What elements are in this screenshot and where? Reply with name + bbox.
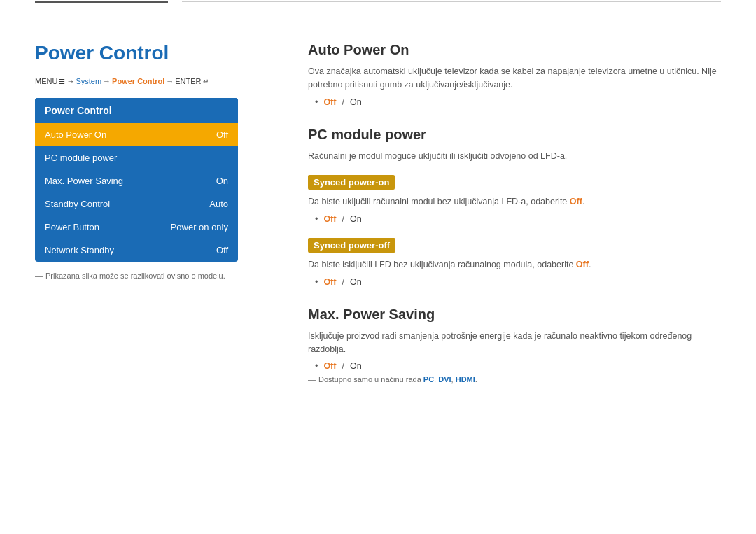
menu-item-power-button[interactable]: Power Button Power on only [35,216,238,239]
max-power-on: On [350,361,362,371]
menu-item-standby-value: Auto [209,199,228,209]
footnote-dash-2: ― [308,375,316,384]
menu-item-auto-power-on-value: Off [216,129,228,140]
footnote: ― Prikazana slika može se razlikovati ov… [35,272,280,280]
left-panel: Power Control MENU ☰ → System → Power Co… [35,28,280,403]
menu-item-standby-control[interactable]: Standby Control Auto [35,192,238,216]
breadcrumb-menu: MENU [35,77,57,85]
synced-power-off-block: Synced power-off Da biste isključili LFD… [308,231,721,287]
auto-power-on-on: On [350,97,362,107]
auto-power-on-bullet: • Off / On [315,97,721,107]
max-power-saving-desc: Isključuje proizvod radi smanjenja potro… [308,330,721,356]
auto-power-on-off: Off [323,97,336,107]
bullet-dot-3: • [315,277,318,287]
menu-item-max-power[interactable]: Max. Power Saving On [35,169,238,192]
menu-item-network-standby-value: Off [216,245,228,255]
menu-item-max-power-label: Max. Power Saving [45,176,123,186]
bullet-dot-4: • [315,361,318,371]
max-power-footnote: ― Dostupno samo u načinu rada PC, DVI, H… [308,375,721,384]
breadcrumb-menu-icon: ☰ [59,78,65,85]
menu-item-network-standby-label: Network Standby [45,245,114,255]
max-power-off: Off [323,361,336,371]
breadcrumb-arrow2: → [103,77,111,85]
max-power-saving-bullet: • Off / On [315,361,721,371]
synced-off-off: Off [323,277,336,287]
synced-off-on: On [350,277,362,287]
breadcrumb-enter-icon: ↵ [203,78,209,85]
auto-power-on-desc: Ova značajka automatski uključuje televi… [308,65,721,92]
menu-item-power-button-label: Power Button [45,222,99,232]
menu-item-power-button-value: Power on only [171,222,228,232]
menu-item-auto-power-on[interactable]: Auto Power On Off [35,123,238,146]
synced-power-off-desc: Da biste isključili LFD bez uključivanja… [308,258,721,272]
right-panel: Auto Power On Ova značajka automatski uk… [308,28,721,403]
section-pc-module: PC module power Računalni je modul moguć… [308,127,721,287]
pc-module-title: PC module power [308,127,721,143]
breadcrumb: MENU ☰ → System → Power Control → ENTER … [35,77,280,85]
section-auto-power-on: Auto Power On Ova značajka automatski uk… [308,42,721,107]
footnote-text: Prikazana slika može se razlikovati ovis… [46,272,225,280]
page-title: Power Control [35,42,280,64]
menu-item-standby-label: Standby Control [45,199,110,209]
breadcrumb-system: System [76,77,102,85]
menu-item-auto-power-on-label: Auto Power On [45,129,106,140]
footnote-available-text: Dostupno samo u načinu rada PC, DVI, HDM… [318,375,477,384]
auto-power-on-title: Auto Power On [308,42,721,58]
section-max-power-saving: Max. Power Saving Isključuje proizvod ra… [308,307,721,384]
menu-box: Power Control Auto Power On Off PC modul… [35,98,238,262]
bullet-dot-2: • [315,214,318,224]
synced-power-on-desc: Da biste uključili računalni modul bez u… [308,195,721,209]
synced-power-on-bullet: • Off / On [315,214,721,224]
breadcrumb-enter: ENTER [175,77,201,85]
bullet-dot: • [315,97,318,107]
footnote-dash: ― [35,272,43,280]
synced-power-off-label: Synced power-off [308,238,396,253]
menu-box-header: Power Control [35,98,238,123]
page-container: Power Control MENU ☰ → System → Power Co… [0,0,756,431]
breadcrumb-arrow3: → [166,77,174,85]
menu-item-network-standby[interactable]: Network Standby Off [35,239,238,262]
slash2: / [342,214,344,224]
synced-on-off: Off [323,214,336,224]
max-power-saving-title: Max. Power Saving [308,307,721,323]
synced-on-on: On [350,214,362,224]
synced-power-on-label: Synced power-on [308,175,395,190]
slash3: / [342,277,344,287]
breadcrumb-power-control: Power Control [112,77,164,85]
menu-item-pc-module[interactable]: PC module power [35,146,238,169]
synced-power-on-block: Synced power-on Da biste uključili račun… [308,168,721,224]
menu-item-pc-module-label: PC module power [45,153,117,163]
breadcrumb-arrow1: → [66,77,74,85]
slash1: / [342,97,344,107]
synced-power-off-bullet: • Off / On [315,277,721,287]
pc-module-desc: Računalni je modul moguće uključiti ili … [308,150,721,163]
slash4: / [342,361,344,371]
menu-item-max-power-value: On [216,176,228,186]
